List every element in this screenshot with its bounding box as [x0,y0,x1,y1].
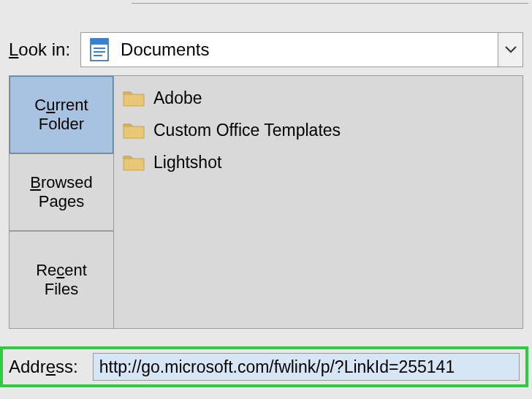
folder-item[interactable]: Lightshot [117,146,520,178]
tab-recent-files[interactable]: RecentFiles [10,231,113,328]
tab-current-folder[interactable]: CurrentFolder [10,76,113,153]
lookin-value: Documents [121,39,209,60]
documents-icon [90,38,109,61]
address-row: Address: [0,346,528,387]
lookin-dropdown-button[interactable] [498,33,522,66]
tab-browsed-pages[interactable]: BrowsedPages [10,153,113,231]
folder-name: Adobe [153,88,202,108]
address-input[interactable] [93,353,520,381]
divider [132,3,528,4]
folder-icon [123,121,145,139]
folder-icon [123,89,145,107]
svg-rect-3 [94,51,105,53]
main-area: CurrentFolder BrowsedPages RecentFiles A… [9,75,523,329]
file-list[interactable]: Adobe Custom Office Templates Lightshot [114,76,522,328]
sidebar: CurrentFolder BrowsedPages RecentFiles [10,76,114,328]
folder-item[interactable]: Adobe [117,82,520,114]
address-label: Address: [9,357,78,377]
folder-name: Custom Office Templates [153,121,341,140]
folder-icon [123,153,145,171]
lookin-row: Look in: Documents [9,32,523,67]
folder-item[interactable]: Custom Office Templates [117,114,520,146]
chevron-down-icon [505,46,517,53]
lookin-label: Look in: [9,39,70,60]
lookin-combobox[interactable]: Documents [80,32,523,67]
svg-rect-4 [94,55,102,56]
svg-rect-1 [91,39,108,45]
folder-name: Lightshot [153,153,221,172]
svg-rect-2 [94,48,105,49]
